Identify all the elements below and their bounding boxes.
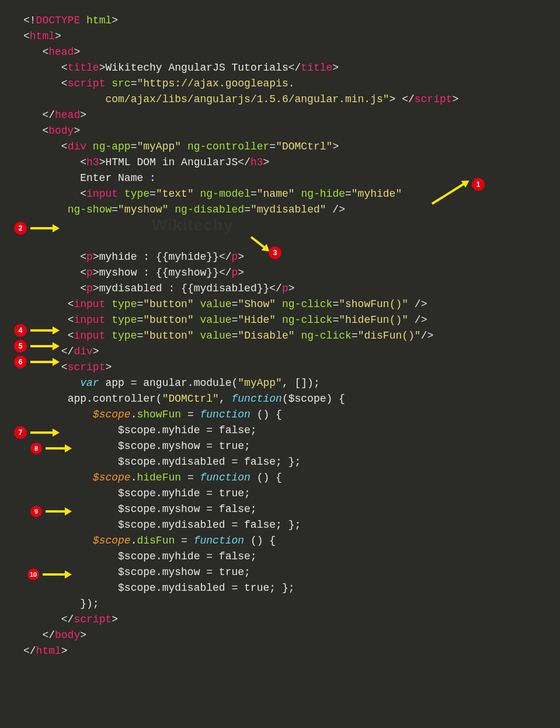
annotation-arrow-9 [46, 510, 66, 513]
annotation-arrow-8 [46, 447, 66, 450]
code-block: <!DOCTYPE html> <html> <head> <title>Wik… [23, 13, 560, 659]
annotation-badge-7: 7 [14, 426, 27, 439]
annotation-arrow-10 [43, 573, 66, 576]
annotation-arrow-5 [30, 345, 54, 347]
annotation-badge-4: 4 [14, 324, 27, 337]
annotation-badge-5: 5 [14, 340, 27, 353]
annotation-arrow-2 [30, 227, 54, 229]
annotation-badge-9: 9 [30, 506, 42, 517]
annotation-badge-1: 1 [472, 178, 485, 191]
annotation-arrow-6 [30, 361, 54, 363]
annotation-badge-8: 8 [30, 443, 42, 454]
annotation-arrow-7 [30, 431, 54, 434]
annotation-arrow-4 [30, 329, 54, 332]
annotation-badge-6: 6 [14, 356, 27, 368]
annotation-badge-10: 10 [27, 569, 39, 580]
annotation-badge-3: 3 [269, 246, 281, 259]
code-editor: Wikitechy 1 2 3 4 5 6 7 8 9 10 <!DOCTYPE… [0, 0, 560, 672]
annotation-badge-2: 2 [14, 222, 27, 235]
